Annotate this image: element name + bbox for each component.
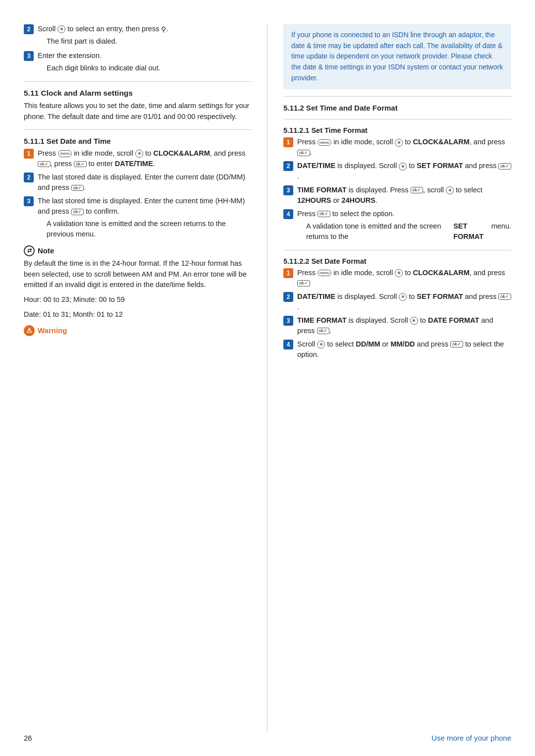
step-51121-2-num: 2 <box>283 161 293 171</box>
divider-right-2 <box>283 119 511 119</box>
step-51122-2-num: 2 <box>283 292 293 302</box>
section-5112-title: 5.11.2 Set Time and Date Format <box>283 104 511 112</box>
section-51121-title: 5.11.2.1 Set Time Format <box>283 126 511 134</box>
send-icon: ⚲ <box>161 24 166 34</box>
step-5111-3-bullet: A validation tone is emitted and the scr… <box>47 219 251 239</box>
step-51121-1-content: Press menu in idle mode, scroll ⊕ to CLO… <box>297 137 511 158</box>
step-5111-3-num: 3 <box>24 196 34 206</box>
ok-icon-r5: ok✓ <box>297 280 310 287</box>
step-5111-1-content: Press menu in idle mode, scroll ⊕ to CLO… <box>38 148 251 169</box>
warning-label: Warning <box>38 326 67 335</box>
step-5111-2-content: The last stored date is displayed. Enter… <box>38 172 251 193</box>
note-icon: ⇄ <box>24 245 35 256</box>
step-51121-3-num: 3 <box>283 185 293 195</box>
step-2-content: Scroll ⊕ to select an entry, then press … <box>38 24 251 48</box>
scroll-icon-r8: ⊕ <box>317 341 325 349</box>
ok-icon-r2: ok✓ <box>498 163 511 170</box>
step-5111-1-num: 1 <box>24 149 34 159</box>
step-3-text: Enter the extension. <box>38 52 102 59</box>
note-body: By default the time is in the 24-hour fo… <box>24 258 251 291</box>
step-51121-3-content: TIME FORMAT is displayed. Press ok✓, scr… <box>297 185 511 206</box>
divider-right-1 <box>283 96 511 97</box>
section-511-body: This feature allows you to set the date,… <box>24 101 251 122</box>
section-51121-steps: 1 Press menu in idle mode, scroll ⊕ to C… <box>283 137 511 242</box>
step-51122-2-content: DATE/TIME is displayed. Scroll ⊕ to SET … <box>297 291 511 312</box>
section-5111-steps: 1 Press menu in idle mode, scroll ⊕ to C… <box>24 148 251 240</box>
scroll-icon-r7: ⊕ <box>410 317 418 325</box>
ok-icon-r8: ok✓ <box>450 341 463 348</box>
step-5111-3-content: The last stored time is displayed. Enter… <box>38 196 251 240</box>
step-51121-4-content: Press ok✓ to select the option. A valida… <box>297 209 511 243</box>
page-footer: 26 Use more of your phone <box>24 734 511 742</box>
ok-icon-r4: ok✓ <box>318 211 330 217</box>
step-2-text: Scroll ⊕ to select an entry, then press … <box>38 25 168 33</box>
note-hour-line: Hour: 00 to 23; Minute: 00 to 59 <box>24 294 251 305</box>
step-51121-1-num: 1 <box>283 137 293 147</box>
ok-icon-r1: ok✓ <box>297 150 310 156</box>
step-51122-3-content: TIME FORMAT is displayed. Scroll ⊕ to DA… <box>297 315 511 336</box>
section-5111-title: 5.11.1 Set Date and Time <box>24 137 251 145</box>
menu-icon-r1: menu <box>318 139 331 146</box>
step-51122-4-num: 4 <box>283 340 293 349</box>
note-date-line: Date: 01 to 31; Month: 01 to 12 <box>24 309 251 320</box>
note-header: ⇄ Note <box>24 245 251 256</box>
section-51122-steps: 1 Press menu in idle mode, scroll ⊕ to C… <box>283 268 511 360</box>
ok-icon-r3: ok✓ <box>411 187 424 193</box>
scroll-icon-r5: ⊕ <box>395 269 403 277</box>
scroll-icon-r6: ⊕ <box>399 293 407 301</box>
scroll-icon-1: ⊕ <box>135 150 143 158</box>
ok-icon-3: ok✓ <box>71 185 84 191</box>
warning-icon: ⚠ <box>24 325 35 336</box>
step-2-bullet: The first part is dialed. <box>47 36 251 47</box>
step-5111-2-num: 2 <box>24 173 34 182</box>
section-511-title: 5.11 Clock and Alarm settings <box>24 89 251 98</box>
step-num-3: 3 <box>24 51 34 61</box>
scroll-icon: ⊕ <box>57 25 65 33</box>
divider-2 <box>24 129 251 130</box>
ok-icon-4: ok✓ <box>71 209 84 215</box>
intro-steps: 2 Scroll ⊕ to select an entry, then pres… <box>24 24 251 74</box>
warning-header: ⚠ Warning <box>24 325 251 336</box>
divider-right-3 <box>283 250 511 250</box>
ok-icon-2: ok✓ <box>74 161 87 168</box>
step-51122-4-content: Scroll ⊕ to select DD/MM or MM/DD and pr… <box>297 339 511 360</box>
divider-1 <box>24 81 251 82</box>
step-3-bullet: Each digit blinks to indicate dial out. <box>47 63 251 73</box>
menu-icon-r5: menu <box>318 270 331 276</box>
scroll-icon-r3: ⊕ <box>446 186 454 194</box>
step-51122-1-num: 1 <box>283 268 293 278</box>
step-51121-4-num: 4 <box>283 209 293 219</box>
ok-icon-r6: ok✓ <box>498 293 511 300</box>
page-number: 26 <box>24 734 32 742</box>
step-51121-4-bullet: A validation tone is emitted and the scr… <box>306 221 511 242</box>
step-num-2: 2 <box>24 24 34 34</box>
step-3-content: Enter the extension. Each digit blinks t… <box>38 51 251 74</box>
section-51122-title: 5.11.2.2 Set Date Format <box>283 257 511 265</box>
scroll-icon-r2: ⊕ <box>399 163 407 171</box>
step-51121-2-content: DATE/TIME is displayed. Scroll ⊕ to SET … <box>297 161 511 181</box>
highlight-box: If your phone is connected to an ISDN li… <box>283 24 511 89</box>
footer-link: Use more of your phone <box>431 734 511 742</box>
scroll-icon-r1: ⊕ <box>395 139 403 147</box>
note-box: ⇄ Note By default the time is in the 24-… <box>24 245 251 320</box>
step-51122-1-content: Press menu in idle mode, scroll ⊕ to CLO… <box>297 268 511 289</box>
menu-icon-1: menu <box>58 150 72 157</box>
ok-icon-1: ok✓ <box>38 161 51 168</box>
ok-icon-r7: ok✓ <box>317 328 330 334</box>
step-51122-3-num: 3 <box>283 316 293 326</box>
